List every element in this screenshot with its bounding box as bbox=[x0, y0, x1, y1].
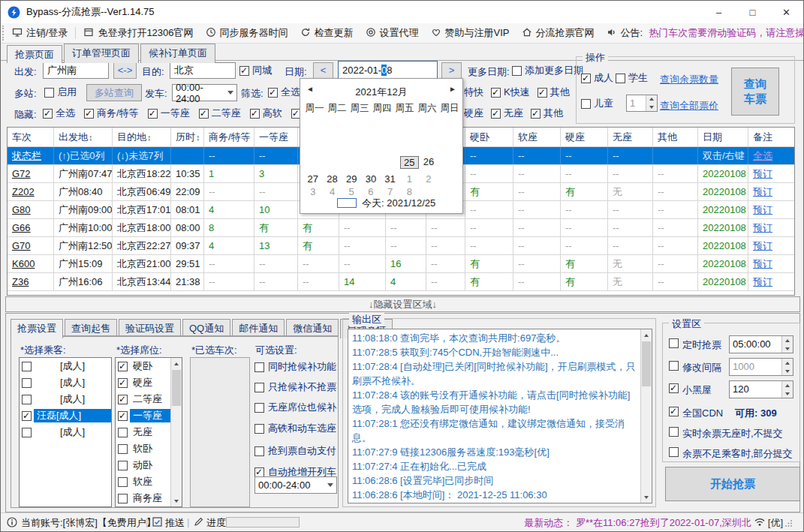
filter-checkbox-0[interactable] bbox=[268, 88, 278, 98]
calendar-day-27[interactable]: 27 bbox=[303, 173, 323, 187]
table-row-K600[interactable]: K600广州15:09北京西21:0029:51--------16--有--有… bbox=[8, 255, 794, 273]
hide-checkbox-3[interactable] bbox=[199, 109, 209, 119]
seat-checkbox-1[interactable] bbox=[118, 378, 128, 388]
calendar-day-2[interactable]: 2 bbox=[419, 173, 438, 187]
hide-option-2[interactable]: 一等座 bbox=[148, 107, 190, 120]
settings-checkbox-2[interactable] bbox=[669, 383, 679, 393]
maximize-button[interactable]: □ bbox=[736, 1, 769, 23]
enable-checkbox[interactable] bbox=[44, 88, 54, 98]
filter-r-option-2[interactable]: 其他 bbox=[538, 86, 570, 99]
seat-checkbox-5[interactable] bbox=[118, 444, 128, 454]
calendar-day-28[interactable]: 28 bbox=[323, 173, 342, 187]
settings-stepper-2[interactable]: 120 bbox=[729, 380, 793, 398]
hide-checkbox-1[interactable] bbox=[84, 109, 94, 119]
calendar-day-25[interactable]: 25 bbox=[399, 156, 419, 170]
cell-16[interactable]: 全选 bbox=[748, 147, 795, 164]
passenger-checkbox-3[interactable] bbox=[22, 411, 32, 421]
column-header-无座[interactable]: 无座 bbox=[608, 128, 653, 146]
column-header-历时[interactable]: 历时↕ bbox=[171, 128, 204, 146]
option-checkbox-1[interactable] bbox=[254, 383, 264, 392]
settings-stepper-0[interactable]: 05:00:00 bbox=[729, 335, 793, 353]
cell-16[interactable]: 预订 bbox=[748, 255, 795, 272]
seat-checkbox-4[interactable] bbox=[118, 428, 128, 437]
option-time-select[interactable]: 00:00-24:00 bbox=[254, 476, 337, 494]
list-item-passenger-1[interactable]: [成人] bbox=[20, 374, 111, 391]
table-row-G66[interactable]: G66广州南10:00北京西18:0008:008有有-------------… bbox=[8, 219, 794, 237]
calendar-day-26[interactable]: 26 bbox=[419, 156, 438, 170]
passenger-checkbox-2[interactable] bbox=[22, 395, 32, 404]
passenger-listbox[interactable]: [成人][成人][成人]汪磊[成人][成人] bbox=[19, 357, 112, 507]
list-item-seat-硬座[interactable]: 硬座 bbox=[116, 374, 170, 391]
seat-checkbox-2[interactable] bbox=[118, 395, 128, 404]
menu-item-4[interactable]: 设置代理 bbox=[360, 23, 425, 43]
add-more-dates-option[interactable]: 添加更多日期 bbox=[512, 62, 583, 79]
column-header-一等座[interactable]: 一等座 bbox=[254, 128, 298, 146]
hide-r-option-1[interactable]: 无座 bbox=[491, 107, 523, 120]
scroll-down-icon[interactable] bbox=[641, 491, 652, 503]
seat-checkbox-6[interactable] bbox=[118, 461, 128, 470]
query-price-link[interactable]: 查询全部票价 bbox=[660, 99, 718, 113]
swap-button[interactable]: <-> bbox=[113, 62, 137, 79]
scrollbar-thumb[interactable] bbox=[172, 370, 181, 406]
column-header-其他[interactable]: 其他 bbox=[653, 128, 698, 146]
hide-r-option-2[interactable]: 其他 bbox=[531, 107, 563, 120]
calendar-day-29[interactable]: 29 bbox=[342, 173, 361, 187]
scrollbar-thumb[interactable] bbox=[642, 341, 651, 386]
list-item-seat-二等座[interactable]: 二等座 bbox=[116, 391, 170, 407]
calendar-day-1[interactable]: 1 bbox=[399, 173, 419, 187]
date-prev-button[interactable]: < bbox=[313, 62, 333, 79]
list-item-passenger-2[interactable]: [成人] bbox=[20, 391, 111, 407]
settings-checkbox-0[interactable] bbox=[669, 338, 679, 348]
column-header-软座[interactable]: 软座 bbox=[513, 128, 561, 146]
filter-r-option-1[interactable]: K快速 bbox=[491, 86, 530, 99]
passenger-checkbox-1[interactable] bbox=[22, 378, 32, 388]
list-item-passenger-3[interactable]: 汪磊[成人] bbox=[20, 407, 111, 424]
table-row-G70[interactable]: G70广州南12:50北京西22:2709:37413有------------… bbox=[8, 237, 794, 255]
hide-r-checkbox-2[interactable] bbox=[531, 109, 541, 119]
stepper-arrows[interactable] bbox=[781, 381, 793, 398]
seat-listbox[interactable]: 硬卧硬座二等座一等座无座软卧动卧软座商务座特等座 bbox=[115, 357, 182, 507]
menu-item-2[interactable]: 同步服务器时间 bbox=[200, 23, 294, 43]
cell-16[interactable]: 预订 bbox=[748, 165, 795, 182]
settings-checkbox-5[interactable] bbox=[669, 447, 679, 457]
list-item-seat-特等座[interactable]: 特等座 bbox=[116, 506, 170, 507]
filter-option-0[interactable]: 全选 bbox=[268, 86, 300, 99]
to-input[interactable]: 北京 bbox=[170, 62, 236, 79]
calendar-day-30[interactable]: 30 bbox=[361, 173, 381, 187]
same-city-option[interactable]: 同城 bbox=[239, 62, 272, 79]
scroll-up-icon[interactable] bbox=[641, 329, 652, 341]
list-item-seat-软座[interactable]: 软座 bbox=[116, 473, 170, 490]
stepper-arrows[interactable] bbox=[646, 95, 657, 111]
add-more-dates-checkbox[interactable] bbox=[512, 66, 522, 76]
filter-r-checkbox-2[interactable] bbox=[538, 88, 547, 98]
column-header-硬卧[interactable]: 硬卧 bbox=[465, 128, 513, 146]
option-checkbox-0[interactable] bbox=[254, 362, 264, 372]
option-无座席位也候补[interactable]: 无座席位也候补 bbox=[254, 401, 336, 414]
filter-r-checkbox-1[interactable] bbox=[491, 88, 501, 98]
same-city-checkbox[interactable] bbox=[239, 66, 249, 76]
column-header-目的地[interactable]: 目的地↕ bbox=[113, 128, 171, 146]
column-header-硬座[interactable]: 硬座 bbox=[561, 128, 608, 146]
table-row-Z36[interactable]: Z36广州16:06北京西13:4421:38------144--有--有无-… bbox=[8, 273, 794, 291]
settings-checkbox-4[interactable] bbox=[669, 427, 679, 437]
passenger-checkbox-0[interactable] bbox=[22, 362, 32, 371]
calendar-day-3[interactable]: 3 bbox=[303, 186, 323, 200]
seat-checkbox-8[interactable] bbox=[118, 494, 128, 503]
tab-候补订单页面[interactable]: 候补订单页面 bbox=[140, 44, 215, 63]
child-count-stepper[interactable]: 1 bbox=[626, 95, 658, 112]
scroll-down-icon[interactable] bbox=[171, 495, 182, 506]
hide-r-option-0[interactable]: 硬座 bbox=[464, 107, 483, 120]
seat-scrollbar[interactable] bbox=[170, 358, 182, 506]
menu-item-5[interactable]: 赞助与注册VIP bbox=[425, 23, 516, 43]
hide-settings-bar[interactable]: ↓隐藏设置区域↓ bbox=[5, 296, 800, 312]
tab-抢票设置[interactable]: 抢票设置 bbox=[11, 319, 63, 338]
push-button[interactable]: 推送 bbox=[165, 516, 185, 530]
settings-checkbox-1[interactable] bbox=[669, 361, 679, 371]
tab-订单管理页面[interactable]: 订单管理页面 bbox=[64, 44, 139, 63]
list-item-seat-商务座[interactable]: 商务座 bbox=[116, 490, 170, 506]
child-option[interactable]: 儿童 bbox=[581, 95, 613, 112]
stepper-arrows[interactable] bbox=[781, 359, 793, 375]
calendar-next-icon[interactable]: ► bbox=[449, 85, 456, 93]
column-header-出发地[interactable]: 出发地↕ bbox=[54, 128, 113, 146]
multi-station-query-button[interactable]: 多站查询 bbox=[86, 84, 142, 101]
